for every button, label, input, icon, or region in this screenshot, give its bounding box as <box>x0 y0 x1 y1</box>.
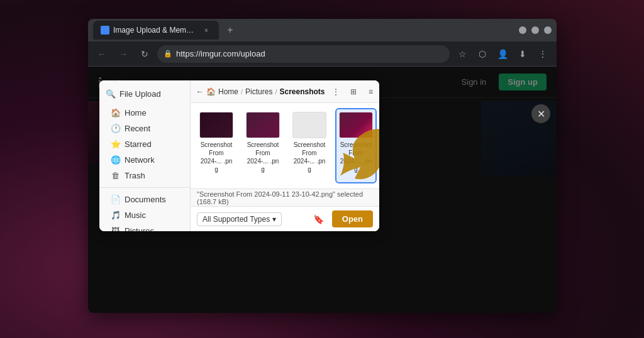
pictures-icon: 🖼 <box>111 226 119 231</box>
home-icon: 🏠 <box>111 108 119 117</box>
dialog-toolbar: ← 🏠 Home / Pictures / Screenshots ⋮ ⊞ <box>191 80 379 103</box>
network-icon: 🌐 <box>111 155 119 165</box>
documents-icon: 📄 <box>111 195 119 204</box>
sidebar-item-music-label: Music <box>125 210 146 220</box>
sidebar-item-pictures[interactable]: 🖼 Pictures <box>102 223 187 231</box>
file-item-4[interactable]: ScreenshotFrom2024-... .png <box>336 109 375 182</box>
breadcrumb-sep-2: / <box>275 88 277 95</box>
tab-favicon <box>101 26 109 35</box>
browser-toolbar: ← → ↻ 🔒 https://imgur.com/upload ☆ ⬡ 👤 ⬇… <box>88 41 557 67</box>
breadcrumb-sep-1: / <box>241 88 243 95</box>
sidebar-item-trash[interactable]: 🗑 Trash <box>102 168 187 183</box>
tab-title: Image Upload & Meme ... <box>113 26 197 35</box>
menu-button[interactable]: ⋮ <box>534 45 552 63</box>
bookmark-button[interactable]: 🔖 <box>311 211 327 227</box>
star-button[interactable]: ☆ <box>453 45 471 63</box>
forward-button[interactable]: → <box>114 45 132 63</box>
search-icon: 🔍 <box>106 89 116 99</box>
extensions-button[interactable]: ⬡ <box>474 45 491 63</box>
address-bar[interactable]: 🔒 https://imgur.com/upload <box>157 45 450 63</box>
trash-icon: 🗑 <box>111 171 119 180</box>
file-name-1: ScreenshotFrom2024-... .png <box>199 141 233 173</box>
breadcrumb-home[interactable]: Home <box>218 87 238 96</box>
file-thumb-3 <box>292 112 326 138</box>
breadcrumb: 🏠 Home / Pictures / Screenshots <box>206 87 325 96</box>
dialog-statusbar: "Screenshot From 2024-09-11 23-10-42.png… <box>191 188 379 206</box>
dialog-main: ← 🏠 Home / Pictures / Screenshots ⋮ ⊞ <box>191 80 379 231</box>
sidebar-item-home[interactable]: 🏠 Home <box>102 105 187 121</box>
profile-button[interactable]: 👤 <box>494 45 511 63</box>
sidebar-item-starred[interactable]: ⭐ Starred <box>102 136 187 152</box>
sidebar-item-trash-label: Trash <box>125 171 145 180</box>
sidebar-item-starred-label: Starred <box>125 139 152 149</box>
sidebar-nav-section: 🏠 Home 🕐 Recent ⭐ Starred 🌐 <box>99 105 190 183</box>
address-text: https://imgur.com/upload <box>176 49 265 58</box>
sidebar-item-pictures-label: Pictures <box>125 226 154 231</box>
file-item-2[interactable]: ScreenshotFrom2024-... .png <box>243 109 282 182</box>
sidebar-divider <box>99 187 190 188</box>
file-thumb-2 <box>246 112 280 138</box>
recent-icon: 🕐 <box>111 124 119 133</box>
dialog-bottombar: All Supported Types ▾ 🔖 Open <box>191 206 379 231</box>
dialog-back-button[interactable]: ← <box>196 84 204 100</box>
selected-file-text: "Screenshot From 2024-09-11 23-10-42.png… <box>197 190 373 205</box>
sidebar-item-documents-label: Documents <box>125 195 166 204</box>
dialog-toolbar-actions: ⋮ ⊞ ≡ ⌄ ✕ <box>328 84 379 100</box>
list-view-button[interactable]: ≡ <box>363 84 379 100</box>
file-type-label: All Supported Types <box>203 215 270 224</box>
download-button[interactable]: ⬇ <box>514 45 531 63</box>
file-upload-dialog: 🔍 File Upload 🏠 Home 🕐 Recent <box>99 80 379 231</box>
dialog-title: File Upload <box>119 89 161 99</box>
file-name-3: ScreenshotFrom2024-... .png <box>292 141 326 173</box>
file-type-chevron: ▾ <box>272 215 276 224</box>
sidebar-item-network[interactable]: 🌐 Network <box>102 152 187 168</box>
imgur-page: imgur Sign in Sign up ✕ 🔍 File Upl <box>88 67 557 313</box>
sidebar-places-section: 📄 Documents 🎵 Music 🖼 Pictures 📹 <box>99 192 190 231</box>
sidebar-item-home-label: Home <box>125 108 147 117</box>
music-icon: 🎵 <box>111 210 119 220</box>
refresh-button[interactable]: ↻ <box>136 45 153 63</box>
breadcrumb-home-icon: 🏠 <box>206 87 216 96</box>
file-thumb-4 <box>339 112 373 138</box>
sidebar-item-recent[interactable]: 🕐 Recent <box>102 121 187 136</box>
more-options-button[interactable]: ⋮ <box>328 84 344 100</box>
maximize-button[interactable]: □ <box>531 26 539 34</box>
browser-tab[interactable]: Image Upload & Meme ... × <box>93 21 219 40</box>
back-button[interactable]: ← <box>93 45 111 63</box>
sidebar-item-network-label: Network <box>125 155 155 165</box>
sidebar-item-recent-label: Recent <box>125 124 150 133</box>
dialog-sidebar: 🔍 File Upload 🏠 Home 🕐 Recent <box>99 80 191 231</box>
browser-window: Image Upload & Meme ... × + — □ × ← → ↻ … <box>88 19 557 313</box>
new-tab-button[interactable]: + <box>221 21 239 39</box>
grid-view-button[interactable]: ⊞ <box>345 84 362 100</box>
file-name-4: ScreenshotFrom2024-... .png <box>339 141 373 173</box>
file-item-1[interactable]: ScreenshotFrom2024-... .png <box>197 109 236 182</box>
file-name-2: ScreenshotFrom2024-... .png <box>246 141 280 173</box>
lock-icon: 🔒 <box>164 50 172 58</box>
tab-close-button[interactable]: × <box>201 25 211 35</box>
file-grid: ScreenshotFrom2024-... .png ScreenshotFr… <box>191 103 379 188</box>
toolbar-actions: ☆ ⬡ 👤 ⬇ ⋮ <box>453 45 552 63</box>
sidebar-item-documents[interactable]: 📄 Documents <box>102 192 187 207</box>
close-dialog-x-button[interactable]: ✕ <box>531 104 550 123</box>
file-item-3[interactable]: ScreenshotFrom2024-... .png <box>290 109 329 182</box>
minimize-button[interactable]: — <box>519 26 526 34</box>
window-controls: — □ × <box>519 26 552 34</box>
file-type-select[interactable]: All Supported Types ▾ <box>197 212 282 226</box>
breadcrumb-screenshots[interactable]: Screenshots <box>280 87 325 96</box>
file-thumb-1 <box>199 112 233 138</box>
close-button[interactable]: × <box>544 26 552 34</box>
sidebar-header: 🔍 File Upload <box>99 85 190 102</box>
open-button[interactable]: Open <box>332 210 373 227</box>
star-icon: ⭐ <box>111 139 119 149</box>
browser-tabbar: Image Upload & Meme ... × + — □ × <box>88 19 557 41</box>
sidebar-item-music[interactable]: 🎵 Music <box>102 207 187 223</box>
browser-content: imgur Sign in Sign up ✕ 🔍 File Upl <box>88 67 557 313</box>
breadcrumb-pictures[interactable]: Pictures <box>245 87 272 96</box>
